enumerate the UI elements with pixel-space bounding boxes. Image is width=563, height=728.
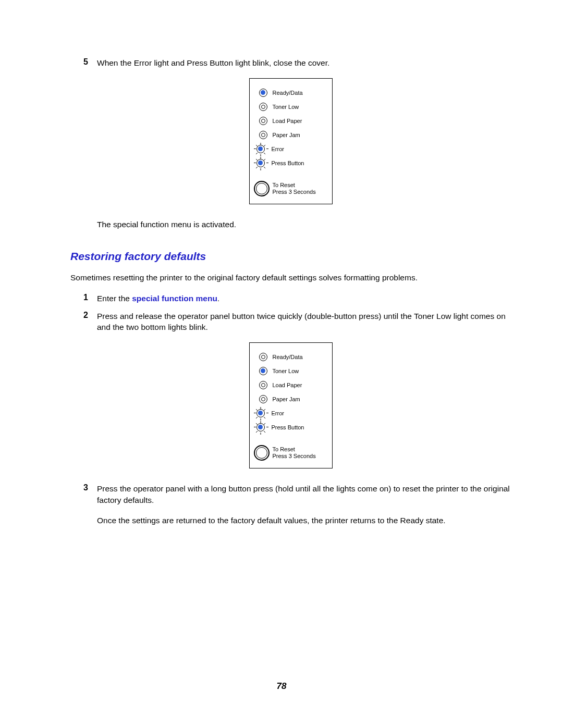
step-text: Enter the special function menu. bbox=[97, 293, 511, 304]
light-paper-jam: Paper Jam bbox=[259, 393, 332, 405]
special-function-menu-link[interactable]: special function menu bbox=[132, 294, 217, 303]
blink-tick-icon bbox=[254, 163, 256, 163]
indicator-light-off-icon bbox=[259, 353, 267, 361]
blink-tick-icon bbox=[254, 149, 256, 149]
reset-line1: To Reset bbox=[273, 182, 295, 188]
reset-line2: Press 3 Seconds bbox=[273, 189, 316, 195]
step-number: 1 bbox=[83, 293, 97, 302]
light-ready-data: Ready/Data bbox=[259, 87, 332, 99]
page-number: 78 bbox=[0, 681, 563, 692]
light-paper-jam: Paper Jam bbox=[259, 129, 332, 141]
light-label: Load Paper bbox=[273, 118, 302, 124]
light-ready-data: Ready/Data bbox=[259, 351, 332, 363]
svg-line-15 bbox=[264, 417, 265, 418]
light-label: Error bbox=[272, 146, 284, 152]
light-toner-low: Toner Low bbox=[259, 365, 332, 377]
text-prefix: Enter the bbox=[97, 294, 132, 303]
light-label: Toner Low bbox=[273, 104, 299, 110]
svg-line-5 bbox=[256, 153, 258, 154]
step-3: 3 Press the operator panel with a long b… bbox=[83, 483, 511, 505]
step-text: Press the operator panel with a long but… bbox=[97, 483, 511, 505]
light-label: Error bbox=[272, 410, 284, 416]
reset-button-row: To Reset Press 3 Seconds bbox=[254, 445, 332, 461]
light-label: Toner Low bbox=[273, 368, 299, 374]
light-label: Press Button bbox=[272, 424, 304, 430]
svg-line-11 bbox=[256, 167, 258, 168]
svg-line-17 bbox=[256, 417, 258, 418]
light-label: Press Button bbox=[272, 160, 304, 166]
step5-followup-text: The special function menu is activated. bbox=[97, 219, 511, 230]
indicator-light-blink-icon bbox=[256, 409, 265, 417]
document-page: 5 When the Error light and Press Button … bbox=[0, 0, 563, 564]
light-label: Ready/Data bbox=[273, 354, 303, 360]
section-heading: Restoring factory defaults bbox=[70, 250, 511, 263]
section-intro: Sometimes resetting the printer to the o… bbox=[70, 272, 511, 283]
indicator-light-blink-icon bbox=[256, 423, 265, 431]
step-2: 2 Press and release the operator panel b… bbox=[83, 311, 511, 333]
step3-followup-text: Once the settings are returned to the fa… bbox=[97, 515, 511, 526]
operator-panel: Ready/Data Toner Low Load Paper Paper Ja… bbox=[249, 342, 333, 468]
light-error: Error bbox=[253, 143, 332, 155]
indicator-light-off-icon bbox=[259, 395, 267, 403]
indicator-light-blink-icon bbox=[256, 159, 265, 167]
indicator-light-off-icon bbox=[259, 381, 267, 389]
svg-line-21 bbox=[264, 431, 265, 433]
reset-label: To Reset Press 3 Seconds bbox=[273, 182, 316, 195]
indicator-light-off-icon bbox=[259, 117, 267, 125]
svg-line-9 bbox=[264, 167, 265, 168]
svg-line-3 bbox=[264, 153, 265, 154]
light-press-button: Press Button bbox=[253, 421, 332, 434]
text-suffix: . bbox=[217, 294, 219, 303]
step-text: Press and release the operator panel but… bbox=[97, 311, 511, 333]
reset-line2: Press 3 Seconds bbox=[273, 453, 316, 459]
indicator-light-blink-icon bbox=[256, 145, 265, 153]
blink-tick-icon bbox=[254, 427, 256, 427]
light-press-button: Press Button bbox=[253, 157, 332, 169]
indicator-light-on-icon bbox=[259, 367, 267, 375]
light-load-paper: Load Paper bbox=[259, 115, 332, 127]
reset-button-row: To Reset Press 3 Seconds bbox=[254, 181, 332, 196]
indicator-light-on-icon bbox=[259, 89, 267, 97]
step-5: 5 When the Error light and Press Button … bbox=[83, 57, 511, 69]
operator-button-icon bbox=[254, 181, 270, 196]
step-number: 2 bbox=[83, 311, 97, 320]
step-text: When the Error light and Press Button li… bbox=[97, 57, 511, 69]
indicator-light-off-icon bbox=[259, 131, 267, 139]
blink-tick-icon bbox=[254, 413, 256, 413]
light-label: Load Paper bbox=[273, 382, 302, 388]
operator-panel-figure-1: Ready/Data Toner Low Load Paper Paper Ja… bbox=[70, 78, 511, 204]
step-number: 5 bbox=[83, 57, 97, 67]
reset-line1: To Reset bbox=[273, 446, 295, 452]
operator-button-icon bbox=[254, 445, 270, 461]
operator-panel-figure-2: Ready/Data Toner Low Load Paper Paper Ja… bbox=[70, 342, 511, 468]
light-load-paper: Load Paper bbox=[259, 379, 332, 391]
indicator-light-off-icon bbox=[259, 103, 267, 111]
step-number: 3 bbox=[83, 483, 97, 492]
light-label: Paper Jam bbox=[273, 396, 300, 402]
reset-label: To Reset Press 3 Seconds bbox=[273, 446, 316, 460]
step-1: 1 Enter the special function menu. bbox=[83, 293, 511, 304]
light-label: Ready/Data bbox=[273, 90, 303, 96]
light-toner-low: Toner Low bbox=[259, 101, 332, 113]
light-error: Error bbox=[253, 407, 332, 419]
svg-line-23 bbox=[256, 431, 258, 433]
light-label: Paper Jam bbox=[273, 132, 300, 138]
operator-panel: Ready/Data Toner Low Load Paper Paper Ja… bbox=[249, 78, 333, 204]
